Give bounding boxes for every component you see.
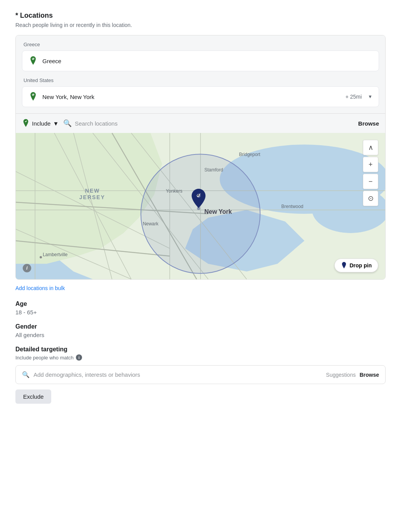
- ny-dropdown-arrow[interactable]: ▼: [368, 94, 372, 99]
- demo-placeholder: Add demographics, interests or behaviors: [34, 371, 322, 378]
- drop-pin-label: Drop pin: [349, 262, 372, 269]
- detailed-targeting-title: Detailed targeting: [15, 346, 386, 353]
- svg-text:Yonkers: Yonkers: [166, 188, 183, 194]
- ny-radius: + 25mi: [346, 94, 362, 100]
- map-locate-button[interactable]: ⊙: [363, 191, 378, 206]
- include-people-label: Include people who match i: [15, 354, 386, 361]
- gender-value: All genders: [15, 332, 386, 338]
- browse-button[interactable]: Browse: [358, 120, 379, 127]
- map-pan-up-button[interactable]: ∧: [363, 140, 378, 155]
- country-us-label: United States: [22, 77, 379, 83]
- greece-pin-icon: [29, 56, 38, 65]
- map-zoom-controls: ∧ + − ⊙: [363, 140, 378, 206]
- ny-pin-icon: [29, 92, 38, 101]
- locations-inner: Greece Greece United States: [16, 35, 385, 113]
- svg-text:Lambertville: Lambertville: [43, 252, 68, 257]
- svg-point-22: [141, 154, 260, 274]
- svg-text:Newark: Newark: [143, 221, 159, 227]
- ny-location-name: New York, New York: [42, 94, 338, 100]
- map-container: NEW JERSEY Yonkers Stamford Bridgeport N…: [16, 133, 385, 279]
- us-group: United States New York, New York + 25mi …: [22, 77, 379, 107]
- map-zoom-out-button[interactable]: −: [363, 174, 378, 189]
- drop-pin-icon: [341, 262, 347, 269]
- suggestions-label: Suggestions: [326, 372, 356, 378]
- locations-block: Greece Greece United States: [15, 35, 386, 280]
- svg-text:JERSEY: JERSEY: [79, 194, 105, 200]
- map-info-icon: i: [23, 264, 31, 272]
- add-bulk-link[interactable]: Add locations in bulk: [15, 285, 386, 291]
- greece-location-item[interactable]: Greece: [22, 50, 379, 71]
- search-locations-placeholder[interactable]: Search locations: [75, 120, 117, 127]
- greece-location-name: Greece: [42, 58, 372, 64]
- map-locate-icon: ⊙: [368, 194, 374, 203]
- svg-text:New York: New York: [204, 208, 232, 215]
- detailed-targeting-section: Detailed targeting Include people who ma…: [15, 346, 386, 404]
- age-value: 18 - 65+: [15, 309, 386, 316]
- locations-title: * Locations: [15, 12, 386, 20]
- info-circle-icon: i: [76, 354, 82, 361]
- svg-text:NEW: NEW: [85, 188, 100, 194]
- map-pan-up-icon: ∧: [368, 143, 373, 152]
- map-svg: NEW JERSEY Yonkers Stamford Bridgeport N…: [16, 133, 385, 279]
- drop-pin-button[interactable]: Drop pin: [334, 258, 378, 272]
- gender-section: Gender All genders: [15, 323, 386, 338]
- gender-label: Gender: [15, 323, 386, 330]
- svg-text:Bridgeport: Bridgeport: [239, 152, 260, 157]
- svg-point-34: [197, 207, 200, 210]
- ny-location-item[interactable]: New York, New York + 25mi ▼: [22, 86, 379, 107]
- age-label: Age: [15, 300, 386, 307]
- exclude-button[interactable]: Exclude: [15, 389, 51, 404]
- search-icon: 🔍: [63, 119, 72, 128]
- include-button[interactable]: Include ▼: [22, 119, 59, 128]
- map-zoom-in-icon: +: [369, 161, 373, 169]
- svg-text:Brentwood: Brentwood: [281, 204, 303, 209]
- age-section: Age 18 - 65+: [15, 300, 386, 316]
- include-dropdown-arrow[interactable]: ▼: [53, 120, 59, 127]
- locations-subtitle: Reach people living in or recently in th…: [15, 22, 386, 28]
- targeting-browse-button[interactable]: Browse: [359, 372, 379, 378]
- svg-text:Stamford: Stamford: [204, 167, 223, 173]
- demo-search-icon: 🔍: [22, 371, 30, 378]
- search-locations-area: 🔍 Search locations: [63, 119, 354, 128]
- include-people-text: Include people who match: [15, 355, 74, 361]
- country-greece-label: Greece: [22, 42, 379, 47]
- include-label: Include: [32, 120, 50, 127]
- locations-section: * Locations Reach people living in or re…: [15, 12, 386, 291]
- map-zoom-out-icon: −: [369, 178, 373, 186]
- locations-toolbar: Include ▼ 🔍 Search locations Browse: [16, 113, 385, 133]
- include-pin-icon: [22, 119, 30, 128]
- demographics-search[interactable]: 🔍 Add demographics, interests or behavio…: [15, 365, 386, 384]
- svg-point-32: [40, 256, 42, 258]
- map-zoom-in-button[interactable]: +: [363, 157, 378, 172]
